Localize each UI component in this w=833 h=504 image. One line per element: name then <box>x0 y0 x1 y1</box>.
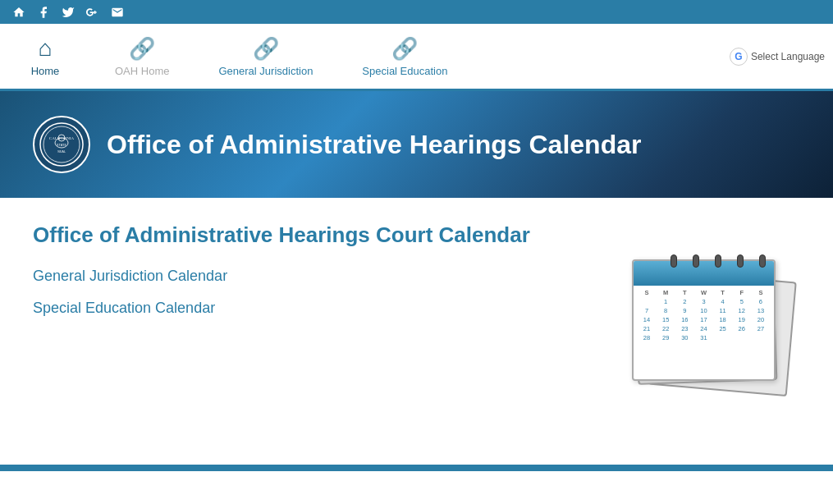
hero-title: Office of Administrative Hearings Calend… <box>107 129 641 160</box>
link3-nav-icon: 🔗 <box>391 36 418 62</box>
svg-text:CALIFORNIA: CALIFORNIA <box>49 136 75 140</box>
email-icon[interactable] <box>111 5 124 19</box>
page-title: Office of Administrative Hearings Court … <box>33 222 800 248</box>
home-social-icon[interactable] <box>12 5 25 19</box>
link2-nav-icon: 🔗 <box>253 36 279 62</box>
cal-front-page: S M T W T F S 1 2 3 4 5 <box>632 259 776 381</box>
links-section: General Jurisdiction Calendar Special Ed… <box>33 268 227 317</box>
nav-bar: ⌂ Home 🔗 OAH Home 🔗 General Jurisdiction… <box>0 24 833 91</box>
home-nav-icon: ⌂ <box>39 35 53 62</box>
nav-home[interactable]: ⌂ Home <box>0 30 90 82</box>
cal-week-4: 21 22 23 24 25 26 27 <box>638 325 769 332</box>
translate-label: Select Language <box>751 51 825 62</box>
google-g-logo: G <box>730 48 748 66</box>
calendar-illustration: S M T W T F S 1 2 3 4 5 <box>620 259 800 424</box>
general-jurisdiction-calendar-link[interactable]: General Jurisdiction Calendar <box>33 268 227 285</box>
facebook-icon[interactable] <box>37 5 50 19</box>
hero-banner: CALIFORNIA STATE SEAL Office of Administ… <box>0 91 833 198</box>
ring-4 <box>737 254 744 268</box>
ring-3 <box>715 254 721 268</box>
social-bar <box>0 0 833 24</box>
svg-text:STATE: STATE <box>57 143 67 147</box>
nav-special-education[interactable]: 🔗 Special Education <box>337 31 472 82</box>
nav-general-jurisdiction-label: General Jurisdiction <box>218 65 313 77</box>
ring-1 <box>671 254 677 268</box>
cal-grid: S M T W T F S 1 2 3 4 5 <box>634 286 774 346</box>
cal-day-headers: S M T W T F S <box>638 289 769 296</box>
nav-oah-home[interactable]: 🔗 OAH Home <box>90 31 194 82</box>
nav-home-label: Home <box>31 65 60 77</box>
cal-week-2: 7 8 9 10 11 12 13 <box>638 307 769 314</box>
cal-week-5: 28 29 30 31 <box>638 334 769 341</box>
content-area: General Jurisdiction Calendar Special Ed… <box>33 268 800 424</box>
main-content: Office of Administrative Hearings Court … <box>0 198 833 448</box>
cal-week-1: 1 2 3 4 5 6 <box>638 298 769 305</box>
state-seal: CALIFORNIA STATE SEAL <box>33 116 90 173</box>
twitter-icon[interactable] <box>62 5 75 19</box>
seal-svg: CALIFORNIA STATE SEAL <box>39 121 85 167</box>
footer-line <box>0 465 833 471</box>
link1-nav-icon: 🔗 <box>129 36 155 62</box>
nav-oah-home-label: OAH Home <box>115 65 169 77</box>
google-translate-widget[interactable]: G Select Language <box>730 48 833 66</box>
special-education-calendar-link[interactable]: Special Education Calendar <box>33 300 227 317</box>
nav-special-education-label: Special Education <box>362 65 447 77</box>
google-plus-icon[interactable] <box>86 5 99 19</box>
ring-5 <box>759 254 766 268</box>
cal-rings <box>646 254 790 268</box>
nav-general-jurisdiction[interactable]: 🔗 General Jurisdiction <box>194 31 337 82</box>
cal-week-3: 14 15 16 17 18 19 20 <box>638 316 769 323</box>
ring-2 <box>693 254 699 268</box>
svg-text:SEAL: SEAL <box>57 149 66 153</box>
